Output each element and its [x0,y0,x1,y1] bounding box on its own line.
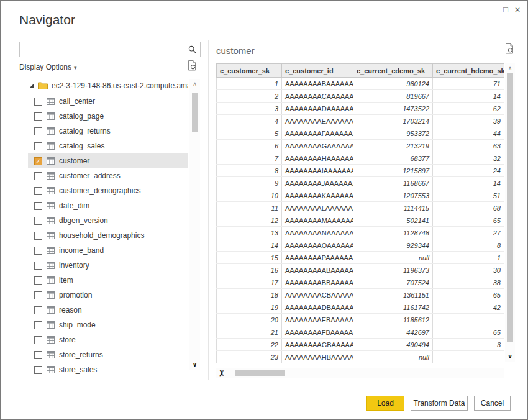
preview-hscroll-thumb[interactable] [235,370,285,376]
tree-item-dbgen_version[interactable]: dbgen_version [28,213,188,228]
tree-item-inventory[interactable]: inventory [28,258,188,273]
scroll-right-icon[interactable]: ❯ [216,368,226,377]
preview-vscroll-thumb[interactable] [507,73,513,342]
tree-item-income_band[interactable]: income_band [28,243,188,258]
tree-item-label: date_dim [59,201,89,210]
scroll-down-icon[interactable]: ∨ [505,353,515,360]
table-cell: AAAAAAAAPAAAAAAA [282,252,353,264]
table-row: 7AAAAAAAAHAAAAAAA6837732 [217,152,504,165]
tree-item-catalog_returns[interactable]: catalog_returns [28,124,188,139]
table-cell: 707524 [353,276,433,289]
checkbox-unchecked[interactable] [34,232,42,240]
search-input[interactable] [20,42,184,57]
scroll-up-icon[interactable]: ∧ [505,65,515,72]
cancel-button[interactable]: Cancel [474,396,511,411]
refresh-list-icon[interactable] [188,60,197,73]
checkbox-unchecked[interactable] [34,172,42,180]
tree-item-customer[interactable]: ✓customer [28,153,188,168]
checkbox-unchecked[interactable] [34,202,42,210]
checkbox-unchecked[interactable] [34,351,42,359]
checkbox-unchecked[interactable] [34,112,42,121]
table-row: 9AAAAAAAAJAAAAAAA116866714 [217,177,504,189]
table-cell: 20 [217,314,282,326]
tree-item-call_center[interactable]: call_center [28,94,188,109]
display-options-label: Display Options [19,63,71,71]
table-cell: 1114415 [353,202,433,214]
maximize-icon[interactable]: □ [500,4,511,16]
tree-item-store_sales[interactable]: store_sales [28,362,188,377]
scroll-up-icon[interactable]: ∧ [189,80,200,88]
transform-data-button[interactable]: Transform Data [411,396,468,411]
tree-root-label: ec2-3-129-148-86.us-east-2.compute.amaz.… [52,81,188,90]
table-cell: 17 [217,276,282,289]
checkbox-unchecked[interactable] [34,276,42,285]
tree-item-label: call_center [59,97,95,106]
load-button[interactable]: Load [366,396,404,411]
table-cell: 1 [433,252,504,264]
tree-item-date_dim[interactable]: date_dim [28,198,188,213]
tree-item-label: promotion [59,291,92,299]
close-icon[interactable]: ✕ [512,4,523,16]
table-cell: 13 [217,227,282,239]
tree-root-server[interactable]: ec2-3-129-148-86.us-east-2.compute.amaz.… [19,78,188,94]
checkbox-unchecked[interactable] [34,306,42,314]
table-cell: 5 [217,127,282,140]
table-cell: 15 [217,252,282,264]
table-cell: 42 [433,301,504,314]
tree-item-reason[interactable]: reason [28,303,188,317]
table-cell: null [353,252,433,264]
preview-vertical-scrollbar[interactable]: ∧ ∨ [505,63,515,362]
table-cell: AAAAAAAAFAAAAAAA [282,127,353,140]
checkbox-unchecked[interactable] [34,187,42,195]
checkbox-checked[interactable]: ✓ [34,157,42,165]
search-icon[interactable] [184,45,200,53]
chevron-down-icon: ▾ [74,65,77,71]
tree-item-ship_mode[interactable]: ship_mode [28,317,188,332]
table-cell: 38 [433,276,504,289]
search-box [19,42,201,57]
tree-item-household_demographics[interactable]: household_demographics [28,228,188,243]
table-cell: AAAAAAAACBAAAAAA [282,289,353,301]
tree-item-customer_demographics[interactable]: customer_demographics [28,183,188,198]
tree-item-catalog_sales[interactable]: catalog_sales [28,139,188,153]
tree-item-label: customer [59,157,89,165]
checkbox-unchecked[interactable] [34,247,42,255]
scroll-down-icon[interactable]: ∨ [189,361,200,368]
tree-item-store[interactable]: store [28,332,188,347]
table-cell: 51 [433,189,504,202]
table-cell: 1196373 [353,264,433,276]
tree-item-promotion[interactable]: promotion [28,288,188,303]
table-cell: 3 [217,103,282,115]
table-cell: 490494 [353,339,433,351]
checkbox-unchecked[interactable] [34,321,42,329]
tree-item-item[interactable]: item [28,273,188,288]
refresh-preview-icon[interactable] [505,43,514,57]
checkbox-unchecked[interactable] [34,217,42,225]
tree-scrollbar-thumb[interactable] [192,93,198,132]
table-cell: AAAAAAAAGAAAAAAA [282,140,353,152]
checkbox-unchecked[interactable] [34,98,42,106]
navigation-tree: ec2-3-129-148-86.us-east-2.compute.amaz.… [19,78,188,377]
checkbox-unchecked[interactable] [34,127,42,135]
checkbox-unchecked[interactable] [34,291,42,299]
table-row: 23AAAAAAAAHBAAAAAAnull [217,351,504,363]
table-cell: 19 [217,301,282,314]
table-cell: 39 [433,115,504,127]
checkbox-unchecked[interactable] [34,366,42,374]
checkbox-unchecked[interactable] [34,262,42,270]
checkbox-unchecked[interactable] [34,142,42,150]
tree-item-label: dbgen_version [59,216,108,225]
expanded-arrow-icon[interactable] [29,84,34,88]
table-cell: 65 [433,289,504,301]
display-options-dropdown[interactable]: Display Options▾ [19,63,77,71]
tree-item-label: catalog_returns [59,127,111,135]
table-icon [47,336,55,344]
table-header-row: c_customer_skc_customer_idc_current_cdem… [217,64,504,78]
tree-scrollbar[interactable]: ∧ ∨ [189,79,200,370]
tree-item-store_returns[interactable]: store_returns [28,347,188,362]
preview-horizontal-scrollbar[interactable]: ❮ ❯ [216,368,504,378]
table-cell: 14 [433,177,504,189]
checkbox-unchecked[interactable] [34,336,42,344]
tree-item-customer_address[interactable]: customer_address [28,168,188,183]
tree-item-catalog_page[interactable]: catalog_page [28,109,188,124]
